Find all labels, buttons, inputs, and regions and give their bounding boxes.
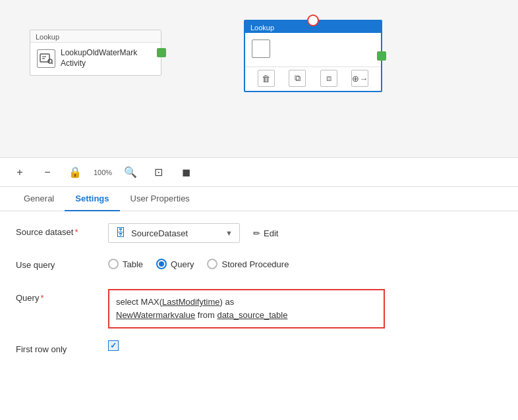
copy-node-button[interactable]: ⧉ <box>289 70 306 87</box>
query-control: select MAX(LastModifytime) as NewWaterma… <box>108 289 502 328</box>
use-query-row: Use query Table Query Stored Procedure <box>16 256 502 277</box>
zoom-in-button[interactable]: + <box>11 163 29 182</box>
query-row: Query* select MAX(LastModifytime) as New… <box>16 289 502 328</box>
zoom-level-button[interactable]: 100% <box>94 163 112 182</box>
source-dataset-select[interactable]: 🗄 SourceDataset ▼ <box>108 223 240 243</box>
search-zoom-button[interactable]: 🔍 <box>121 163 140 182</box>
edit-label: Edit <box>264 228 278 238</box>
settings-tabs: General Settings User Properties <box>0 187 518 211</box>
tab-settings[interactable]: Settings <box>65 187 119 211</box>
radio-table[interactable]: Table <box>108 259 143 269</box>
lock-button[interactable]: 🔒 <box>66 163 84 182</box>
layers-button[interactable]: ◼ <box>177 163 195 182</box>
node-name-1: LookupOldWaterMark Activity <box>61 48 137 68</box>
chevron-down-icon: ▼ <box>225 229 233 237</box>
radio-label-query: Query <box>171 259 194 269</box>
radio-label-table: Table <box>123 259 143 269</box>
use-query-label: Use query <box>16 256 108 270</box>
first-row-only-checkbox[interactable]: ✓ <box>108 340 502 351</box>
tab-user-properties[interactable]: User Properties <box>120 187 200 211</box>
query-required: * <box>40 293 43 303</box>
source-dataset-control: 🗄 SourceDataset ▼ ✏ Edit <box>108 223 502 243</box>
svg-line-2 <box>52 63 53 64</box>
node-action-bar: 🗑 ⧉ ⧈ ⊕→ <box>245 66 381 91</box>
query-type-radio-group: Table Query Stored Procedure <box>108 256 502 269</box>
clone-node-button[interactable]: ⧈ <box>320 70 337 87</box>
svg-point-1 <box>48 59 52 63</box>
zoom-out-button[interactable]: − <box>38 163 57 182</box>
radio-circle-table <box>108 259 119 269</box>
source-dataset-label: Source dataset* <box>16 223 108 237</box>
tab-general[interactable]: General <box>13 187 65 211</box>
connector-right-1[interactable] <box>157 48 166 57</box>
new-watermark-ref: NewWatermarkvalue <box>116 310 195 320</box>
connector-right-2[interactable] <box>377 51 386 61</box>
fit-screen-button[interactable]: ⊡ <box>149 163 167 182</box>
move-node-button[interactable]: ⊕→ <box>351 70 368 87</box>
lookup-icon-1 <box>37 49 55 68</box>
pipeline-canvas[interactable]: Lookup LookupOldWaterMark Activity Looku… <box>0 0 518 158</box>
use-query-control: Table Query Stored Procedure <box>108 256 502 269</box>
edit-pencil-icon: ✏ <box>253 228 260 238</box>
data-source-ref: data_source_table <box>217 310 287 320</box>
checkbox-box: ✓ <box>108 340 119 351</box>
lookup-new-watermark-node[interactable]: Lookup LookupNewWaterMar kActivity 🗑 ⧉ ⧈ <box>244 20 382 92</box>
query-label: Query* <box>16 289 108 303</box>
query-textarea[interactable]: select MAX(LastModifytime) as NewWaterma… <box>108 289 385 328</box>
svg-point-6 <box>263 49 267 53</box>
svg-line-7 <box>267 53 268 54</box>
node-circle-indicator <box>307 14 319 26</box>
source-dataset-row: Source dataset* 🗄 SourceDataset ▼ ✏ Edit <box>16 223 502 244</box>
delete-node-button[interactable]: 🗑 <box>258 70 275 87</box>
node-name-2: LookupNewWaterMar kActivity <box>275 38 352 59</box>
edit-button[interactable]: ✏ Edit <box>253 228 278 238</box>
radio-circle-query <box>156 259 167 269</box>
lookup-old-watermark-node[interactable]: Lookup LookupOldWaterMark Activity <box>30 30 161 76</box>
canvas-toolbar: + − 🔒 100% 🔍 ⊡ ◼ <box>0 158 518 187</box>
settings-panel: Source dataset* 🗄 SourceDataset ▼ ✏ Edit… <box>0 211 518 385</box>
checkmark-icon: ✓ <box>110 341 117 350</box>
source-dataset-value: SourceDataset <box>131 228 188 238</box>
db-icon: 🗄 <box>115 227 126 239</box>
first-row-only-row: First row only ✓ <box>16 340 502 361</box>
first-row-only-control: ✓ <box>108 340 502 351</box>
radio-query[interactable]: Query <box>156 259 194 269</box>
query-text-line2: NewWatermarkvalue from data_source_table <box>116 309 377 322</box>
query-text-line1: select MAX(LastModifytime) as <box>116 296 377 309</box>
node-header-1: Lookup <box>30 30 161 43</box>
radio-stored-procedure[interactable]: Stored Procedure <box>207 259 289 269</box>
first-row-only-label: First row only <box>16 340 108 354</box>
source-dataset-required: * <box>74 227 78 237</box>
radio-circle-stored-procedure <box>207 259 217 269</box>
last-modify-time-ref: LastModifytime <box>162 297 219 307</box>
lookup-icon-2 <box>252 39 270 58</box>
radio-label-stored-procedure: Stored Procedure <box>221 259 289 269</box>
